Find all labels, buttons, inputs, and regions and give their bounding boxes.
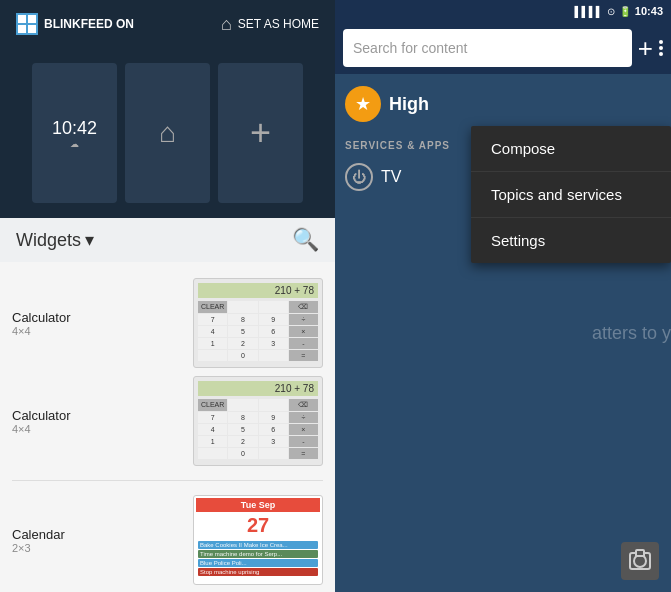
camera-button[interactable] [621,542,659,580]
dropdown-item-topics[interactable]: Topics and services [471,172,671,218]
cal-day-number: 27 [196,512,320,539]
calc-cell: ÷ [289,412,318,423]
cal-event: Stop machine uprising [198,568,318,576]
screen-thumb-time[interactable]: 10:42 ☁ [32,63,117,203]
calc-cell: 1 [198,436,227,447]
calc-name-2: Calculator [12,408,71,423]
cal-preview-1[interactable]: Tue Sep 27 Bake Cookies II Make Ice Crea… [193,495,323,585]
calc-cell: 7 [198,314,227,325]
calc-name-1: Calculator [12,310,71,325]
bf-featured-row: ★ High [335,74,671,134]
calc-cell: 3 [259,436,288,447]
screen-home-icon: ⌂ [159,117,176,149]
set-home-button[interactable]: ⌂ SET AS HOME [221,14,319,35]
battery-icon: 🔋 [619,6,631,17]
overflow-menu-button[interactable] [659,36,663,60]
widgets-dropdown-icon: ▾ [85,229,94,251]
search-bar-row: Search for content + [335,22,671,74]
widget-item-calc-2: Calculator 4×4 [12,408,71,435]
calc-cell [198,448,227,459]
calc-cell: CLEAR [198,399,227,411]
screen-thumb-add[interactable]: + [218,63,303,203]
calculator-row-1: Calculator 4×4 210 + 78 CLEAR ⌫ 7 8 9 ÷ … [12,274,323,372]
status-icons: ▌▌▌▌ ⊙ 🔋 10:43 [575,5,663,17]
calc-cell: 8 [228,412,257,423]
calc-cell: 5 [228,326,257,337]
calc-cell [259,448,288,459]
tv-label: TV [381,168,401,186]
cal-event: Time machine demo for Serp... [198,550,318,558]
blinkfeed-button[interactable]: BLINKFEED ON [16,13,134,35]
calc-grid-2: CLEAR ⌫ 7 8 9 ÷ 4 5 6 × 1 2 3 [198,399,318,459]
bg-text: atters to yo [592,323,671,344]
cal-event: Bake Cookies II Make Ice Crea... [198,541,318,549]
star-icon: ★ [345,86,381,122]
blinkfeed-icon [16,13,38,35]
cal-events: Bake Cookies II Make Ice Crea... Time ma… [196,539,320,579]
calc-cell: ⌫ [289,399,318,411]
right-panel: ▌▌▌▌ ⊙ 🔋 10:43 Search for content + ★ Hi… [335,0,671,592]
screen-thumb-home[interactable]: ⌂ [125,63,210,203]
widgets-dropdown-button[interactable]: Widgets ▾ [16,229,94,251]
thumb-time: 10:42 [52,118,97,139]
calc-cell [259,301,288,313]
dropdown-item-settings[interactable]: Settings [471,218,671,263]
blinkfeed-label: BLINKFEED ON [44,17,134,31]
calc-cell [259,399,288,411]
calc-cell: - [289,338,318,349]
widget-item-cal-1: Calendar 2×3 [12,527,65,554]
calc-cell [198,350,227,361]
camera-icon [629,552,651,570]
status-time: 10:43 [635,5,663,17]
calc-cell: 6 [259,326,288,337]
dot [659,40,663,44]
calc-cell: 6 [259,424,288,435]
calculator-row-2: Calculator 4×4 210 + 78 CLEAR ⌫ 7 8 9 ÷ … [12,372,323,470]
calc-cell [259,350,288,361]
cal-size-1: 2×3 [12,542,31,554]
widget-item-calc-1: Calculator 4×4 [12,310,71,337]
search-placeholder: Search for content [353,40,467,56]
add-content-button[interactable]: + [638,33,653,64]
set-home-label: SET AS HOME [238,17,319,31]
calc-cell: 0 [228,350,257,361]
search-box[interactable]: Search for content [343,29,632,67]
calc-cell: = [289,350,318,361]
dot [659,52,663,56]
signal-icon: ▌▌▌▌ [575,6,603,17]
calc-preview-2[interactable]: 210 + 78 CLEAR ⌫ 7 8 9 ÷ 4 5 6 × [193,376,323,466]
calc-cell: × [289,424,318,435]
calc-cell: ÷ [289,314,318,325]
calc-cell: 9 [259,314,288,325]
thumb-date: ☁ [52,139,97,149]
home-icon: ⌂ [221,14,232,35]
calendar-section: Calendar 2×3 Tue Sep 27 Bake Cookies II … [0,487,335,592]
calc-cell: 4 [198,326,227,337]
calc-cell [228,399,257,411]
calc-cell: 3 [259,338,288,349]
calc-display-2: 210 + 78 [198,381,318,396]
calc-cell: - [289,436,318,447]
calc-cell: = [289,448,318,459]
calc-display-1: 210 + 78 [198,283,318,298]
widgets-bar: Widgets ▾ 🔍 [0,218,335,262]
bf-featured-title: High [389,94,429,115]
screens-area: 10:42 ☁ ⌂ + [0,48,335,218]
calc-cell: 8 [228,314,257,325]
dropdown-menu: Compose Topics and services Settings [471,126,671,263]
calc-preview-1[interactable]: 210 + 78 CLEAR ⌫ 7 8 9 ÷ 4 5 6 × [193,278,323,368]
cal-name-1: Calendar [12,527,65,542]
widgets-search-icon[interactable]: 🔍 [292,227,319,253]
screen-add-icon: + [250,112,271,154]
tv-power-icon: ⏻ [345,163,373,191]
divider [12,480,323,481]
calendar-row-1: Calendar 2×3 Tue Sep 27 Bake Cookies II … [12,491,323,589]
dropdown-item-compose[interactable]: Compose [471,126,671,172]
calc-cell: 5 [228,424,257,435]
calc-cell: 9 [259,412,288,423]
blinkfeed-content: ★ High SERVICES & APPS ⏻ TV atters to yo… [335,74,671,592]
calculator-section: Calculator 4×4 210 + 78 CLEAR ⌫ 7 8 9 ÷ … [0,270,335,474]
calc-cell: 7 [198,412,227,423]
dot [659,46,663,50]
calc-cell: 4 [198,424,227,435]
